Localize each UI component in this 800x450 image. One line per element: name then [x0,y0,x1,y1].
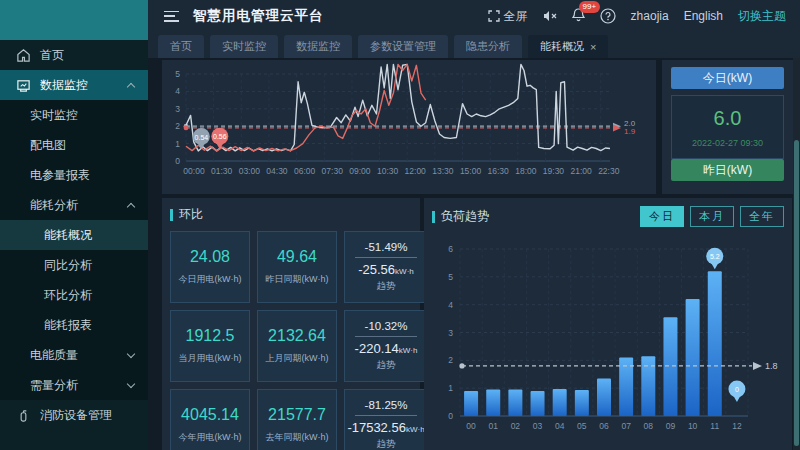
sidebar-item-label: 电参量报表 [30,167,90,184]
load-trend-header: 负荷趋势 今日 本月 全年 [432,206,784,227]
chevron-up-icon [127,82,135,90]
sidebar-item-label: 配电图 [30,137,66,154]
power-curve-chart: 01234500:0001:3003:0004:3006:0007:3009:0… [162,60,654,192]
stat-card-month-usage: 1912.5 当月用电(kW·h) [170,310,250,382]
tab-hazard-analysis[interactable]: 隐患分析 [454,35,522,58]
svg-text:09: 09 [666,421,676,431]
svg-text:16:30: 16:30 [488,166,510,176]
sidebar-item-energy-analysis[interactable]: 能耗分析 [0,190,148,220]
load-trend-title: 负荷趋势 [432,208,489,225]
data-monitor-icon [16,78,31,93]
range-button-year[interactable]: 全年 [740,206,784,227]
load-stat-panel: 今日(kW) 6.0 2022-02-27 09:30 昨日(kW) [662,60,793,194]
title-tick-icon [432,211,435,223]
svg-text:07: 07 [621,421,631,431]
chevron-down-icon [127,380,135,388]
huanbi-grid: 24.08 今日用电(kW·h) 49.64 昨日同期(kW·h) -51.49… [170,231,414,450]
stat-card-month-trend: -10.32% -220.14kW·h 趋势 [344,310,428,382]
sidebar-nav: 首页 数据监控 实时监控 配电图 电参量报表 能耗分析 [0,40,148,450]
app-title: 智慧用电管理云平台 [193,7,324,25]
load-value-box: 6.0 2022-02-27 09:30 [671,95,784,159]
tab-realtime-monitor[interactable]: 实时监控 [210,35,278,58]
sidebar-item-realtime-monitor[interactable]: 实时监控 [0,100,148,130]
svg-text:4: 4 [448,300,453,310]
svg-text:12: 12 [732,421,742,431]
sidebar-item-energy-overview[interactable]: 能耗概况 [0,220,148,250]
chevron-up-icon [127,202,135,210]
huanbi-title: 环比 [170,206,414,223]
top-header: 智慧用电管理云平台 全屏 99+ zhaojia English 切换主题 [148,0,800,32]
svg-text:13:30: 13:30 [432,166,454,176]
svg-text:1: 1 [448,383,453,393]
svg-text:02: 02 [511,421,521,431]
tab-data-monitor[interactable]: 数据监控 [284,35,352,58]
sidebar-item-mom-analysis[interactable]: 环比分析 [0,280,148,310]
svg-text:03: 03 [533,421,543,431]
range-button-today[interactable]: 今日 [640,206,684,227]
svg-text:01: 01 [488,421,498,431]
tab-close-icon[interactable]: × [590,41,596,53]
svg-text:5: 5 [448,272,453,282]
sidebar-item-data-monitor[interactable]: 数据监控 [0,70,148,100]
svg-text:19:30: 19:30 [543,166,565,176]
svg-text:0: 0 [735,386,739,393]
fullscreen-button[interactable]: 全屏 [488,8,528,25]
header-actions: 全屏 99+ zhaojia English 切换主题 [488,8,786,25]
svg-text:03:00: 03:00 [239,166,261,176]
tab-energy-overview[interactable]: 能耗概况 × [528,35,608,58]
today-kw-button[interactable]: 今日(kW) [671,67,784,89]
username[interactable]: zhaojia [631,9,669,23]
sidebar-item-distribution-map[interactable]: 配电图 [0,130,148,160]
sidebar-item-yoy-analysis[interactable]: 同比分析 [0,250,148,280]
main-column: 智慧用电管理云平台 全屏 99+ zhaojia English 切换主题 首页 [148,0,800,450]
sidebar-item-parameter-report[interactable]: 电参量报表 [0,160,148,190]
svg-text:04: 04 [555,421,565,431]
notification-badge: 99+ [579,1,601,13]
huanbi-panel: 环比 24.08 今日用电(kW·h) 49.64 昨日同期(kW·h) -51… [162,198,420,450]
yesterday-kw-button[interactable]: 昨日(kW) [671,159,784,181]
sidebar-item-power-quality[interactable]: 电能质量 [0,340,148,370]
svg-text:0.54: 0.54 [195,134,209,141]
tab-bar: 首页 实时监控 数据监控 参数设置管理 隐患分析 能耗概况 × [148,32,800,58]
sidebar-item-demand-analysis[interactable]: 需量分析 [0,370,148,400]
svg-text:05: 05 [577,421,587,431]
svg-text:1.9: 1.9 [624,127,636,136]
tab-home[interactable]: 首页 [158,35,204,58]
svg-text:01:30: 01:30 [211,166,233,176]
range-button-month[interactable]: 本月 [690,206,734,227]
language-switch[interactable]: English [684,9,723,23]
vertical-scrollbar[interactable] [793,58,800,450]
scrollbar-thumb[interactable] [794,140,799,446]
svg-text:21:00: 21:00 [570,166,592,176]
svg-text:12:00: 12:00 [405,166,427,176]
stat-card-last-month-usage: 2132.64 上月同期(kW·h) [257,310,337,382]
notifications-button[interactable]: 99+ [572,8,585,25]
sidebar-item-home[interactable]: 首页 [0,40,148,70]
svg-text:4: 4 [175,86,180,96]
chevron-down-icon [127,350,135,358]
fire-extinguisher-icon [16,408,31,423]
sidebar-item-label: 需量分析 [30,377,78,394]
svg-text:09:00: 09:00 [349,166,371,176]
svg-text:07:30: 07:30 [322,166,344,176]
stat-card-year-trend: -81.25% -17532.56kW·h 趋势 [344,389,428,450]
load-value: 6.0 [714,107,742,130]
tab-parameter-settings[interactable]: 参数设置管理 [358,35,448,58]
svg-text:1: 1 [175,139,180,149]
svg-text:04:30: 04:30 [266,166,288,176]
svg-text:5: 5 [175,69,180,79]
stat-card-year-usage: 4045.14 今年用电(kW·h) [170,389,250,450]
sidebar-item-label: 消防设备管理 [40,407,112,424]
sidebar-item-fire-equipment[interactable]: 消防设备管理 [0,400,148,430]
load-timestamp: 2022-02-27 09:30 [692,138,763,148]
stat-card-day-trend: -51.49% -25.56kW·h 趋势 [344,231,428,303]
title-tick-icon [170,209,173,221]
avatar[interactable] [600,8,616,24]
svg-text:08: 08 [644,421,654,431]
mute-icon[interactable] [543,10,557,22]
sidebar-item-energy-report[interactable]: 能耗报表 [0,310,148,340]
fullscreen-icon [488,10,500,22]
collapse-menu-icon[interactable] [164,11,179,22]
theme-toggle-link[interactable]: 切换主题 [738,8,786,25]
svg-text:11: 11 [710,421,719,431]
